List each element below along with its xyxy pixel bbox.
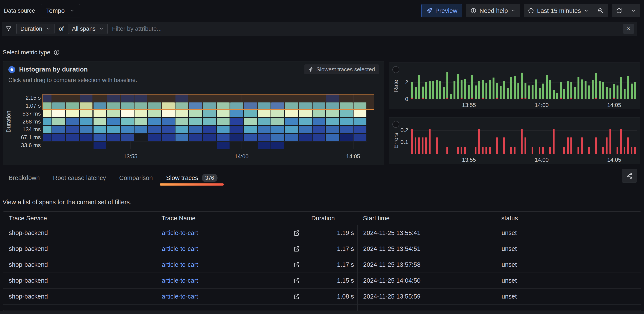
heatmap-cell	[230, 118, 243, 125]
heatmap-cell	[299, 134, 312, 141]
datasource-picker[interactable]: Tempo	[41, 4, 80, 18]
external-link-icon[interactable]	[293, 261, 300, 268]
heatmap-cell	[258, 102, 270, 110]
errors-bar	[627, 137, 629, 154]
rate-bar	[507, 99, 509, 99]
heatmap-cell	[176, 126, 188, 133]
duration-heatmap-plot[interactable]: 13:5514:0014:05	[42, 94, 367, 149]
info-circle-icon[interactable]	[54, 49, 60, 56]
rate-bar	[432, 99, 434, 99]
cell-status: unset	[496, 241, 641, 257]
heatmap-cell	[94, 134, 106, 141]
heatmap-cell	[258, 118, 270, 125]
heatmap-cell	[80, 134, 93, 141]
cell-status: unset	[496, 225, 641, 241]
rate-bar	[500, 99, 502, 99]
tab-comparison[interactable]: Comparison	[119, 169, 153, 187]
heatmap-x-tick: 14:05	[338, 153, 368, 160]
heatmap-cell	[134, 102, 148, 110]
column-header-trace-name[interactable]: Trace Name	[156, 215, 306, 222]
trace-name-link[interactable]: article-to-cart	[162, 261, 198, 268]
heatmap-cell	[189, 126, 202, 133]
filter-scope-select[interactable]: All spans	[68, 24, 108, 34]
trace-name-link[interactable]: article-to-cart	[162, 293, 198, 300]
column-header-duration[interactable]: Duration	[306, 215, 358, 222]
heatmap-cell	[66, 134, 79, 141]
share-icon	[626, 172, 633, 179]
tab-slow-traces[interactable]: Slow traces 376	[166, 169, 218, 187]
attribute-filter-input[interactable]: Filter by attribute...	[112, 25, 162, 32]
share-button[interactable]	[622, 169, 637, 183]
rate-bar	[542, 99, 544, 99]
rate-bar	[581, 99, 583, 99]
cell-start-time: 2024-11-25 13:55:59	[358, 289, 496, 304]
refresh-button[interactable]	[612, 4, 626, 18]
x-tick-label: 14:05	[599, 157, 629, 163]
errors-plot[interactable]	[410, 126, 637, 154]
heatmap-cell	[94, 142, 106, 149]
external-link-icon[interactable]	[293, 293, 300, 300]
rate-bar	[553, 90, 555, 99]
column-header-trace-service[interactable]: Trace Service	[3, 215, 156, 222]
rate-bar	[620, 77, 622, 99]
tab-root-cause-latency[interactable]: Root cause latency	[53, 169, 106, 187]
y-tick-label: 2	[393, 79, 408, 86]
zoom-out-time-button[interactable]	[593, 4, 608, 18]
heatmap-cell	[52, 102, 65, 110]
column-header-start-time[interactable]: Start time	[358, 215, 496, 222]
heatmap-cell	[80, 118, 93, 125]
heatmap-cell	[258, 126, 270, 133]
heatmap-cell	[285, 134, 298, 141]
rate-bar	[588, 86, 590, 99]
rate-bar	[631, 84, 633, 99]
trace-name-link[interactable]: article-to-cart	[162, 245, 198, 252]
time-range-picker[interactable]: Last 15 minutes	[524, 4, 593, 18]
refresh-interval-dropdown[interactable]	[627, 4, 640, 18]
heatmap-cell	[43, 110, 52, 117]
errors-bar	[549, 147, 551, 154]
heatmap-cell	[80, 95, 93, 102]
errors-bar	[595, 137, 597, 154]
heatmap-cell	[340, 126, 353, 133]
errors-bar	[634, 147, 636, 154]
rate-bar	[570, 82, 572, 99]
rate-plot[interactable]	[410, 71, 637, 99]
preview-button[interactable]: Preview	[421, 4, 462, 18]
duration-heatmap-yaxis: 2.15 s1.07 s537 ms268 ms134 ms67.1 ms33.…	[16, 94, 41, 149]
heatmap-cell	[244, 118, 257, 125]
external-link-icon[interactable]	[293, 245, 300, 252]
errors-bar	[542, 147, 544, 154]
rate-bar	[613, 84, 615, 98]
column-header-status[interactable]: status	[496, 215, 641, 222]
heatmap-cell	[52, 126, 65, 133]
trace-name-link[interactable]: article-to-cart	[162, 229, 198, 236]
rate-bar	[532, 85, 534, 99]
rate-bar	[443, 99, 445, 99]
heatmap-cell	[94, 126, 106, 133]
heatmap-cell	[189, 134, 202, 141]
tab-breakdown[interactable]: Breakdown	[8, 169, 40, 187]
external-link-icon[interactable]	[293, 230, 300, 236]
rate-bar	[634, 82, 636, 99]
errors-bar	[606, 137, 608, 154]
histogram-metric-radio[interactable]	[8, 66, 15, 73]
heatmap-y-tick: 1.07 s	[16, 102, 41, 109]
rate-bar	[532, 99, 534, 99]
filter-field-select[interactable]: Duration	[16, 24, 54, 34]
clock-icon	[528, 8, 534, 14]
heatmap-cell	[66, 126, 79, 133]
heatmap-cell	[52, 118, 65, 125]
need-help-button[interactable]: Need help	[466, 4, 520, 18]
errors-bar	[553, 129, 554, 154]
heatmap-cell	[340, 118, 353, 125]
histogram-subtitle: Click and drag to compare selection with…	[8, 77, 137, 84]
cell-duration: 1.17 s	[306, 257, 358, 272]
cell-duration: 1.17 s	[306, 241, 358, 257]
heatmap-cell	[176, 110, 188, 117]
rate-bar	[584, 81, 586, 99]
trace-name-link[interactable]: article-to-cart	[162, 277, 198, 284]
rate-metric-radio[interactable]	[392, 66, 399, 73]
external-link-icon[interactable]	[293, 277, 300, 284]
heatmap-cell	[162, 126, 175, 133]
clear-filters-button[interactable]: ×	[624, 24, 634, 34]
